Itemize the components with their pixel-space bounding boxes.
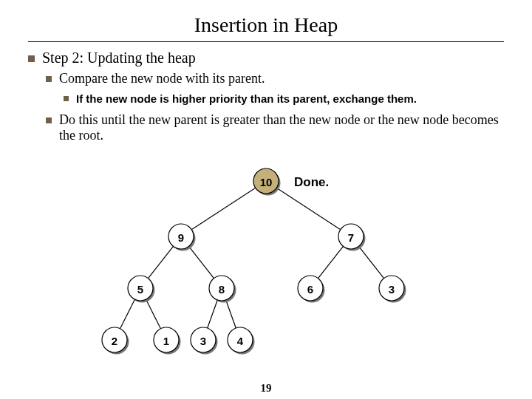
tree-edge <box>146 299 161 329</box>
tree-node: 2 <box>102 327 129 355</box>
tree-edge <box>226 300 236 328</box>
heap-tree-diagram: 109758632134 <box>0 159 532 381</box>
tree-node-label: 10 <box>260 176 273 188</box>
tree-node: 3 <box>191 327 218 355</box>
tree-edge <box>276 188 341 229</box>
tree-node: 10 <box>253 168 281 196</box>
tree-edge <box>120 299 135 329</box>
tree-edge <box>191 188 256 229</box>
tree-node: 1 <box>154 327 181 355</box>
tree-node-label: 8 <box>219 283 225 296</box>
bullet-l1-text: Step 2: Updating the heap <box>42 50 196 66</box>
bullet-icon <box>64 96 69 101</box>
bullet-icon <box>28 55 35 62</box>
tree-node: 8 <box>209 276 236 303</box>
title-rule <box>28 41 504 42</box>
tree-node: 3 <box>379 276 406 303</box>
tree-node-label: 2 <box>112 335 117 347</box>
tree-node: 6 <box>298 276 325 303</box>
bullet-l2b-text: Do this until the new parent is greater … <box>59 112 504 143</box>
slide-title: Insertion in Heap <box>28 13 504 37</box>
annotation-done: Done. <box>294 175 329 190</box>
slide: Insertion in Heap Step 2: Updating the h… <box>0 0 532 399</box>
bullet-l3-text: If the new node is higher priority than … <box>76 92 417 105</box>
bullet-level3: If the new node is higher priority than … <box>64 92 504 105</box>
tree-node: 5 <box>128 276 155 303</box>
bullet-level2-b: Do this until the new parent is greater … <box>46 112 504 143</box>
bullet-icon <box>46 76 52 82</box>
bullet-icon <box>46 117 52 123</box>
tree-edge <box>189 246 214 278</box>
tree-edge <box>208 300 218 328</box>
tree-node-label: 3 <box>200 335 206 347</box>
tree-node-label: 5 <box>137 283 143 296</box>
page-number: 19 <box>0 382 532 395</box>
tree-edge <box>318 246 344 278</box>
bullet-level1: Step 2: Updating the heap <box>28 50 504 66</box>
bullet-l2a-text: Compare the new node with its parent. <box>59 71 265 86</box>
tree-node-label: 1 <box>163 335 169 347</box>
tree-node-label: 3 <box>389 283 395 296</box>
tree-edge <box>149 246 174 278</box>
tree-node-label: 4 <box>237 335 244 347</box>
tree-node-label: 6 <box>307 283 313 296</box>
tree-node: 4 <box>228 327 255 355</box>
tree-node-label: 9 <box>178 231 184 244</box>
bullet-level2-a: Compare the new node with its parent. <box>46 71 504 86</box>
tree-node-label: 7 <box>348 231 354 244</box>
tree-edge <box>359 246 384 278</box>
